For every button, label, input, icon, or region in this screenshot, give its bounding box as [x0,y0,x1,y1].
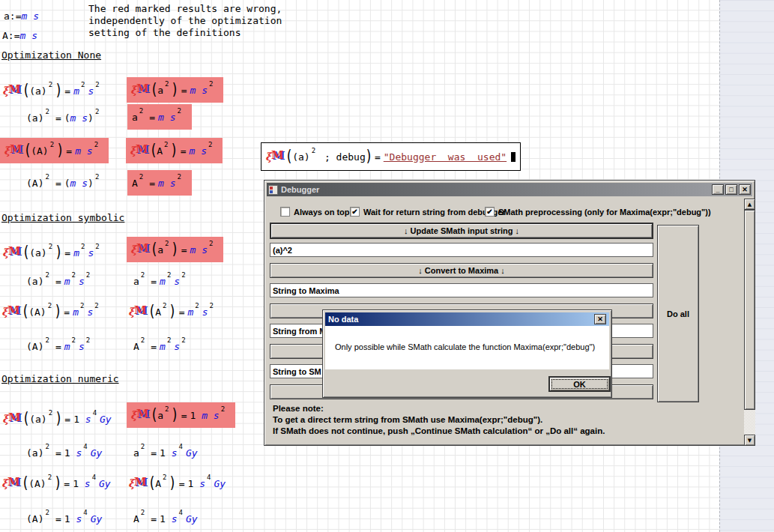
smath-preprocessing-checkbox[interactable]: ✔SMath preprocessing (only for Maxima(ex… [485,207,711,217]
maxima-icon: ξMM [131,82,151,97]
math-text: ; debug [318,151,366,163]
math-exponent: 4 [179,509,183,516]
math-region[interactable]: ξMM(A2)=m s2 [126,138,223,163]
scrollbar-thumb[interactable] [744,210,755,410]
math-region[interactable]: ξMM(a2)=1 m s2 [127,402,235,428]
equals-sign: = [66,145,72,157]
convert-to-maxima-button[interactable]: ↓ Convert to Maxima ↓ [270,263,653,278]
string-to-maxima-field[interactable]: String to Maxima [270,283,653,297]
equals-sign: = [179,478,185,489]
no-data-dialog: No data ✕ Only possible while SMath calc… [322,309,612,398]
math-exponent: 2 [45,443,49,450]
math-text: (A) [31,145,48,157]
math-region[interactable]: ξMM(A2)=m2s2 [129,300,217,323]
maxima-icon: ξMM [3,83,23,98]
dialog-titlebar[interactable]: No data ✕ [325,312,609,326]
math-region[interactable]: A2=1 s4Gy [133,507,198,530]
scrollbar-track[interactable] [744,410,755,435]
math-variable: m [187,306,193,318]
math-region[interactable]: (A)2=1 s4Gy [26,507,102,530]
equals-sign: = [55,513,61,525]
math-variable: s [202,306,208,318]
math-exponent: 2 [165,240,169,247]
math-variable: m s [190,244,207,256]
math-region[interactable]: A2=m2s2 [133,335,189,357]
checkbox-box[interactable] [280,207,290,217]
m-red-glyph: M [136,82,149,95]
m-red-glyph: M [134,303,147,317]
scroll-up-arrow-icon[interactable]: ▲ [744,199,755,210]
math-text: A:= [2,30,19,41]
update-smath-input-button[interactable]: ↓ Update SMath input string ↓ [270,223,653,239]
math-variable: m [73,85,79,97]
math-variable: m [73,247,79,259]
math-region[interactable]: a2=1 s4Gy [133,441,198,464]
form-icon [268,185,278,195]
math-region[interactable]: (a)2=m2s2 [26,270,93,292]
open-paren: ( [23,302,28,320]
worksheet-text-region[interactable]: The red marked results are wrong, indepe… [88,3,282,39]
section-header[interactable]: Optimization symbolic [1,212,124,223]
math-region[interactable]: A2=m s2 [127,170,192,196]
section-header[interactable]: Optimization numeric [1,373,119,384]
close-button[interactable]: ✕ [739,184,751,195]
minimize-button[interactable]: _ [712,184,724,195]
checkbox-box[interactable]: ✔ [350,207,360,217]
math-text: a [157,410,163,421]
math-exponent: 2 [45,509,49,516]
equals-sign: = [55,341,61,352]
math-region[interactable]: ξMM((A)2)=m2s2 [2,300,102,323]
math-region[interactable]: (A)2=(m s)2 [26,172,102,194]
section-header[interactable]: Optimization None [1,49,101,61]
math-variable: s [174,341,180,352]
equals-sign: = [151,447,157,459]
math-exponent: 2 [178,107,181,115]
math-region[interactable]: a2=m2s2 [133,270,189,292]
wait-return-string-checkbox[interactable]: ✔Wait for return string from debugger [350,207,506,217]
math-exponent: 4 [179,443,183,450]
math-region[interactable]: ξMM(a2)=m s2 [127,237,223,262]
checkbox-box[interactable]: ✔ [485,207,495,217]
equals-sign: = [149,178,155,189]
math-exponent: 2 [181,271,185,279]
math-variable: Gy [91,513,103,525]
equals-sign: = [179,306,185,318]
window-buttons: _ □ ✕ [712,184,751,195]
ok-button[interactable]: OK [548,376,611,392]
dialog-close-icon[interactable]: ✕ [594,314,606,324]
close-paren: ) [56,409,61,427]
math-region[interactable]: ξMM((A)2)=1 s4Gy [2,472,111,495]
math-region[interactable]: ξMM((A)2)=m s2 [0,138,109,163]
scroll-down-arrow-icon[interactable]: ▼ [744,435,755,446]
math-variable: s [79,276,85,287]
math-region[interactable]: (A)2=m2s2 [26,335,93,357]
math-text: 1 [187,478,199,489]
smath-input-string-field[interactable]: (a)^2 [270,243,653,257]
math-region[interactable]: ξMM((a)2)=m2s2 [3,241,103,264]
math-text: (a) [29,247,46,259]
math-region[interactable]: A:=m s [2,24,37,46]
math-text: a [133,447,139,459]
open-paren: ( [24,81,29,99]
math-region[interactable]: (a)2=1 s4Gy [26,441,102,464]
math-region[interactable]: ξMM(a2)=m s2 [127,77,223,103]
always-on-top-checkbox[interactable]: Always on top [280,207,350,217]
debugger-titlebar[interactable]: Debugger _ □ ✕ [267,183,752,196]
math-region[interactable]: ξMM((a)2)=1 s4Gy [3,408,112,430]
math-region[interactable]: (a)2=(m s)2 [26,106,102,129]
math-region[interactable]: a2=m s2 [127,104,192,130]
math-text: (A) [26,341,43,352]
debug-expression-region[interactable]: ξMM((a)2 ; debug)="Debugger was used" [261,142,521,171]
m-red-glyph: M [8,244,21,258]
math-text: a:= [4,10,21,22]
math-exponent: 2 [95,108,99,115]
maxima-icon: ξMM [2,304,22,319]
do-all-button[interactable]: Do all [657,225,699,402]
math-exponent: 2 [141,271,145,279]
math-region[interactable]: ξMM((a)2)=m2s2 [3,79,103,102]
dialog-message: Only possible while SMath calculate the … [335,342,595,351]
math-region[interactable]: ξMM(A2)=1 s4Gy [129,472,226,495]
open-paren: ( [152,405,157,423]
maximize-button[interactable]: □ [725,184,737,195]
math-variable: Gy [99,478,111,489]
